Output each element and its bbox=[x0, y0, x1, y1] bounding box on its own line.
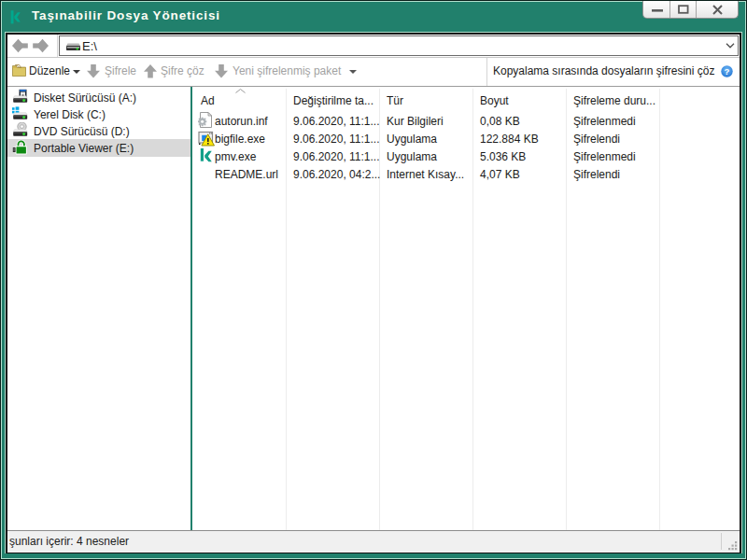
svg-text:?: ? bbox=[725, 66, 730, 77]
